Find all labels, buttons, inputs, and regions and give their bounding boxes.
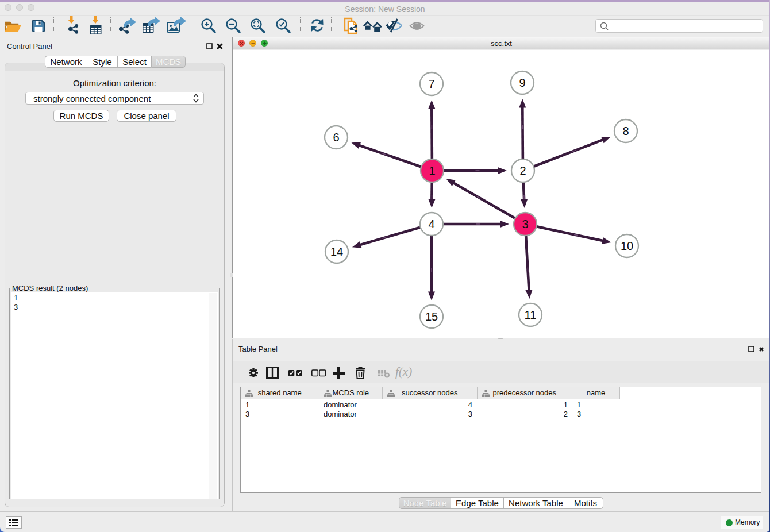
svg-text:14: 14 xyxy=(330,245,343,258)
svg-text:9: 9 xyxy=(519,76,525,89)
svg-text:2: 2 xyxy=(519,164,526,177)
svg-text:6: 6 xyxy=(333,131,339,144)
svg-text:15: 15 xyxy=(425,310,438,323)
svg-text:11: 11 xyxy=(525,309,537,321)
svg-text:10: 10 xyxy=(621,240,633,252)
svg-text:8: 8 xyxy=(622,125,629,137)
svg-text:3: 3 xyxy=(522,218,528,230)
svg-text:1: 1 xyxy=(429,164,435,177)
svg-text:7: 7 xyxy=(428,78,434,90)
svg-text:4: 4 xyxy=(428,218,434,230)
svg-text:f(x): f(x) xyxy=(395,367,412,379)
